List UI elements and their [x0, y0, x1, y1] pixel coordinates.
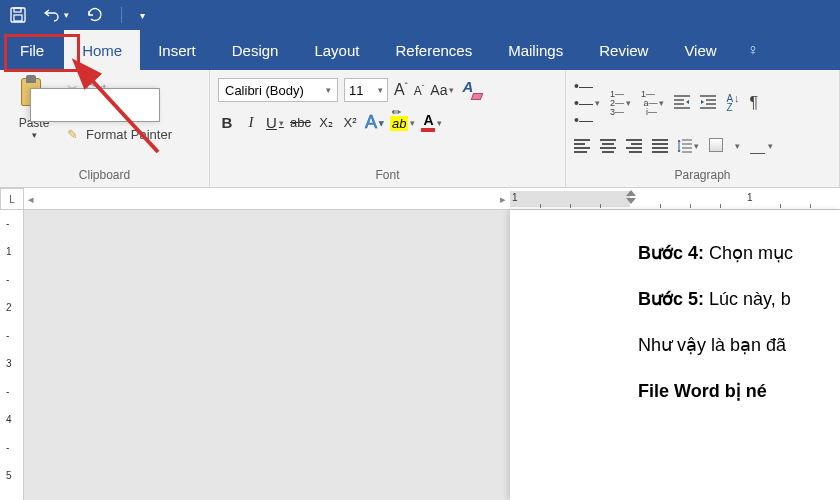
- tab-home[interactable]: Home: [64, 30, 140, 70]
- font-color-button[interactable]: A ▾: [421, 113, 442, 132]
- shrink-font-button[interactable]: Aˇ: [414, 83, 425, 98]
- indent-marker[interactable]: [626, 190, 636, 204]
- font-group-label: Font: [218, 165, 557, 187]
- doc-line: File Word bị né: [638, 380, 840, 402]
- format-painter-icon: ✎: [64, 126, 80, 142]
- ruler-corner[interactable]: L: [0, 188, 24, 210]
- chevron-down-icon: ▾: [326, 85, 331, 95]
- decrease-indent-button[interactable]: [674, 95, 690, 112]
- italic-button[interactable]: I: [242, 114, 260, 131]
- tab-review[interactable]: Review: [581, 30, 666, 70]
- tell-me-icon[interactable]: ♀: [735, 30, 777, 70]
- font-name-value: Calibri (Body): [225, 83, 304, 98]
- clear-formatting-button[interactable]: A: [460, 80, 482, 100]
- chevron-down-icon: ▾: [378, 85, 383, 95]
- tab-file[interactable]: File: [0, 30, 64, 70]
- vertical-ruler[interactable]: - 1 - 2 - 3 - 4 - 5: [0, 210, 24, 500]
- align-right-button[interactable]: [626, 139, 642, 153]
- editor-gray-area: [24, 210, 510, 500]
- bullets-button[interactable]: •—•—•—▾: [574, 78, 600, 128]
- superscript-button[interactable]: X²: [341, 115, 359, 130]
- qat-separator: [121, 7, 122, 23]
- scroll-left-icon[interactable]: ◂: [28, 193, 34, 206]
- svg-rect-2: [14, 15, 22, 21]
- sort-button[interactable]: A↓ Z: [726, 94, 739, 113]
- align-center-button[interactable]: [600, 139, 616, 153]
- borders-button[interactable]: ▾: [750, 139, 773, 154]
- doc-line: Bước 5: Lúc này, b: [638, 288, 840, 310]
- paste-dropdown-icon[interactable]: ▾: [32, 130, 37, 140]
- save-icon[interactable]: [10, 7, 26, 23]
- font-size-value: 11: [349, 83, 363, 98]
- change-case-button[interactable]: Aa▾: [430, 82, 454, 98]
- highlight-button[interactable]: ✏ab ▾: [390, 114, 415, 132]
- paragraph-group-label: Paragraph: [574, 165, 831, 187]
- multilevel-list-button[interactable]: 1— a— i—▾: [641, 90, 665, 117]
- horizontal-ruler[interactable]: 1 1: [510, 188, 840, 210]
- numbering-button[interactable]: 1—2—3—▾: [610, 90, 631, 117]
- increase-indent-button[interactable]: [700, 95, 716, 112]
- clipboard-group-label: Clipboard: [8, 165, 201, 187]
- underline-button[interactable]: U▾: [266, 114, 284, 131]
- tab-view[interactable]: View: [666, 30, 734, 70]
- format-painter-button[interactable]: ✎ Format Painter: [64, 126, 172, 142]
- align-left-button[interactable]: [574, 139, 590, 153]
- format-painter-label: Format Painter: [86, 127, 172, 142]
- tab-insert[interactable]: Insert: [140, 30, 214, 70]
- tab-mailings[interactable]: Mailings: [490, 30, 581, 70]
- bold-button[interactable]: B: [218, 114, 236, 131]
- paste-icon: [18, 78, 50, 114]
- strikethrough-button[interactable]: abc: [290, 115, 311, 130]
- tab-layout[interactable]: Layout: [296, 30, 377, 70]
- paste-button[interactable]: Paste ▾: [8, 74, 60, 165]
- show-hide-pilcrow-button[interactable]: ¶: [750, 94, 759, 112]
- font-name-select[interactable]: Calibri (Body) ▾: [218, 78, 338, 102]
- font-size-select[interactable]: 11 ▾: [344, 78, 388, 102]
- doc-line: Như vậy là bạn đã: [638, 334, 840, 356]
- grow-font-button[interactable]: Aˆ: [394, 81, 408, 99]
- undo-icon[interactable]: ▾: [44, 7, 69, 23]
- customize-qat-icon[interactable]: ▾: [140, 10, 145, 21]
- tab-references[interactable]: References: [377, 30, 490, 70]
- redo-icon[interactable]: [87, 7, 103, 23]
- shading-dropdown-icon[interactable]: ▾: [735, 141, 740, 151]
- scroll-right-icon[interactable]: ▸: [500, 193, 506, 206]
- doc-line: Bước 4: Chọn mục: [638, 242, 840, 264]
- subscript-button[interactable]: X₂: [317, 115, 335, 130]
- align-justify-button[interactable]: [652, 139, 668, 153]
- tab-design[interactable]: Design: [214, 30, 297, 70]
- line-spacing-button[interactable]: ▾: [678, 139, 699, 153]
- document-page[interactable]: Bước 4: Chọn mục Bước 5: Lúc này, b Như …: [510, 210, 840, 500]
- shading-button[interactable]: [709, 138, 725, 154]
- text-effects-button[interactable]: A▾: [365, 112, 384, 133]
- horizontal-scrollbar-left[interactable]: ◂ ▸: [24, 188, 510, 210]
